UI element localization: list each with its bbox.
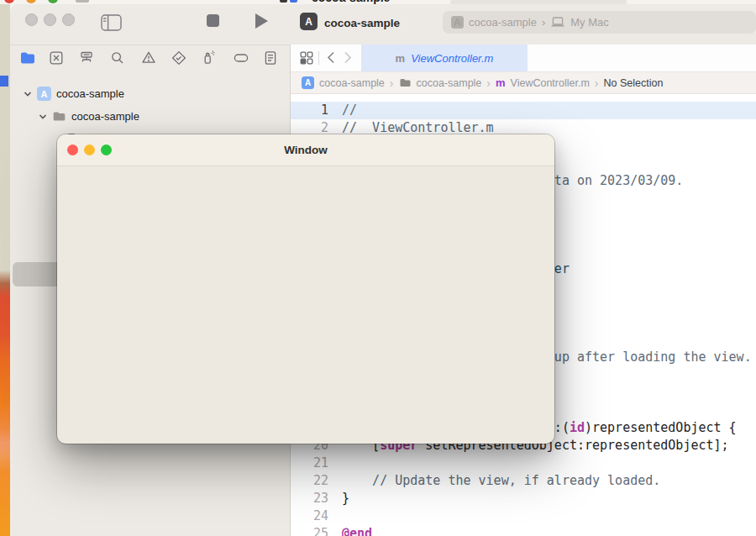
xcode-toolbar: A cocoa-sample A cocoa-sample › My Mac bbox=[10, 4, 756, 45]
sidebar-toggle-icon bbox=[101, 14, 122, 31]
screen: cocoa-sample bbox=[0, 0, 756, 536]
tab-file-type-badge: m bbox=[396, 52, 406, 65]
app-window-content bbox=[57, 166, 554, 444]
grid-icon bbox=[299, 50, 314, 66]
tree-row-project[interactable]: A cocoa-sample bbox=[24, 82, 124, 105]
project-app-icon-letter: A bbox=[305, 16, 312, 28]
tab-test-navigator[interactable] bbox=[169, 48, 189, 68]
tree-label-group[interactable]: cocoa-sample bbox=[71, 110, 139, 123]
tree-label-project[interactable]: cocoa-sample bbox=[56, 87, 124, 100]
desktop-background-strip bbox=[0, 4, 10, 536]
tab-issue-navigator[interactable] bbox=[139, 48, 159, 68]
bg-traffic-yellow-sliver bbox=[26, 0, 36, 3]
go-forward-button[interactable] bbox=[343, 50, 354, 65]
app-window-titlebar[interactable]: Window bbox=[57, 134, 554, 166]
code-line[interactable]: // Update the view, if already loaded. bbox=[342, 472, 752, 490]
warning-triangle-icon bbox=[140, 50, 157, 66]
scheme-project-label[interactable]: cocoa-sample bbox=[469, 16, 537, 29]
go-back-button[interactable] bbox=[325, 50, 336, 65]
close-button[interactable] bbox=[25, 13, 38, 26]
bg-traffic-red-sliver bbox=[4, 0, 14, 3]
line-number[interactable]: 25 bbox=[291, 525, 328, 536]
project-file-icon: A bbox=[37, 87, 51, 101]
line-number[interactable]: 1 bbox=[291, 102, 328, 119]
chevron-down-icon[interactable] bbox=[24, 90, 32, 98]
spray-bottle-icon bbox=[200, 50, 217, 66]
tab-project-navigator[interactable] bbox=[18, 48, 38, 68]
app-window-title: Window bbox=[284, 144, 328, 156]
app-window[interactable]: Window bbox=[57, 134, 554, 444]
tab-find-navigator[interactable] bbox=[108, 48, 128, 68]
chevron-left-icon bbox=[325, 50, 336, 65]
tab-report-navigator[interactable] bbox=[260, 48, 281, 68]
navigator-tab-bar bbox=[10, 45, 290, 72]
jumpbar-file[interactable]: ViewController.m bbox=[511, 77, 590, 89]
folder-icon bbox=[19, 50, 36, 66]
jumpbar-group[interactable]: cocoa-sample bbox=[417, 77, 482, 89]
code-line[interactable] bbox=[342, 455, 752, 472]
app-close-button[interactable] bbox=[67, 145, 78, 155]
symbol-navigator-icon bbox=[78, 50, 95, 66]
scheme-chevron-icon: › bbox=[542, 17, 545, 28]
folder-icon bbox=[399, 77, 412, 88]
jumpbar-app-icon: A bbox=[302, 76, 314, 89]
editor-tab-bar: m ViewController.m bbox=[291, 45, 756, 71]
breakpoint-capsule-icon bbox=[233, 50, 249, 66]
source-control-icon bbox=[48, 50, 65, 66]
app-zoom-button[interactable] bbox=[101, 145, 112, 155]
tab-controls-divider bbox=[318, 51, 319, 65]
run-button[interactable] bbox=[255, 13, 269, 29]
test-diamond-check-icon bbox=[171, 50, 187, 66]
sidebar-toggle-button[interactable] bbox=[101, 14, 122, 31]
tree-row-group[interactable]: cocoa-sample bbox=[39, 105, 139, 128]
project-file-icon-letter: A bbox=[41, 89, 48, 99]
folder-icon bbox=[52, 110, 66, 123]
scheme-selector[interactable]: A cocoa-sample › My Mac bbox=[443, 11, 756, 34]
window-project-title: cocoa-sample bbox=[324, 17, 400, 29]
project-app-icon: A bbox=[300, 13, 318, 30]
tab-breakpoint-navigator[interactable] bbox=[231, 48, 251, 68]
report-list-icon bbox=[262, 50, 279, 66]
bg-appicon-sliver bbox=[280, 0, 287, 3]
stop-button[interactable] bbox=[207, 14, 219, 27]
chevron-right-icon bbox=[343, 50, 354, 65]
tab-symbol-navigator[interactable] bbox=[76, 48, 97, 68]
bg-blue-icon-sliver bbox=[290, 0, 297, 3]
code-line[interactable] bbox=[342, 507, 752, 525]
jumpbar-app-icon-letter: A bbox=[305, 78, 311, 87]
jumpbar-selection[interactable]: No Selection bbox=[604, 77, 664, 89]
tab-debug-navigator[interactable] bbox=[198, 48, 218, 68]
run-icon bbox=[255, 13, 269, 29]
code-line[interactable]: } bbox=[342, 490, 752, 507]
bg-toolbar-chip bbox=[76, 0, 89, 3]
code-line[interactable]: // bbox=[342, 102, 752, 119]
search-icon bbox=[109, 50, 126, 66]
app-minimize-button[interactable] bbox=[84, 145, 95, 155]
desktop-blue-sliver bbox=[0, 76, 8, 87]
scheme-app-icon: A bbox=[451, 16, 464, 29]
scheme-app-icon-letter: A bbox=[454, 16, 461, 29]
tab-file-label[interactable]: ViewController.m bbox=[411, 52, 493, 65]
line-number[interactable]: 22 bbox=[291, 472, 328, 490]
line-number[interactable]: 23 bbox=[291, 490, 328, 507]
code-line[interactable]: @end bbox=[342, 525, 752, 536]
related-items-button[interactable] bbox=[299, 50, 314, 66]
minimize-button[interactable] bbox=[44, 13, 56, 26]
line-number[interactable]: 24 bbox=[291, 507, 328, 525]
zoom-button[interactable] bbox=[62, 13, 75, 26]
chevron-down-icon[interactable] bbox=[39, 113, 47, 121]
tab-source-control-navigator[interactable] bbox=[46, 48, 66, 68]
line-number[interactable]: 21 bbox=[291, 455, 328, 472]
jump-bar: A cocoa-sample › cocoa-sample › m ViewCo… bbox=[291, 71, 756, 94]
scheme-destination-label[interactable]: My Mac bbox=[570, 16, 609, 29]
jumpbar-chevron-icon: › bbox=[595, 77, 599, 89]
jumpbar-project[interactable]: cocoa-sample bbox=[319, 77, 385, 89]
jumpbar-chevron-icon: › bbox=[486, 77, 491, 89]
jumpbar-chevron-icon: › bbox=[390, 77, 394, 89]
bg-traffic-green-sliver bbox=[48, 0, 58, 3]
jumpbar-file-badge: m bbox=[496, 76, 506, 89]
mac-laptop-icon bbox=[550, 17, 565, 29]
editor-tab-viewcontroller[interactable]: m ViewController.m bbox=[361, 45, 528, 71]
